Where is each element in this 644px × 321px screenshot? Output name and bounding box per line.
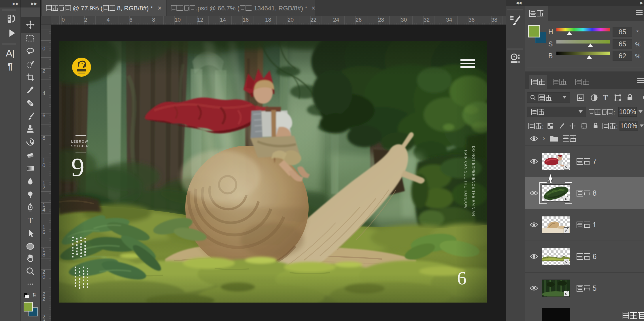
svg-text:9: 9 [71, 152, 84, 182]
svg-text:LEEROW: LEEROW [71, 140, 88, 143]
svg-text:DO NOT EXPERIENCE THE RAIN AN: DO NOT EXPERIENCE THE RAIN AN [471, 146, 475, 216]
svg-text:6: 6 [457, 267, 467, 288]
svg-text:RAIN CAN SEE THE RAINBOW: RAIN CAN SEE THE RAINBOW [464, 150, 468, 209]
svg-text:SOLDIER: SOLDIER [71, 144, 89, 148]
svg-text:T: T [28, 216, 33, 225]
